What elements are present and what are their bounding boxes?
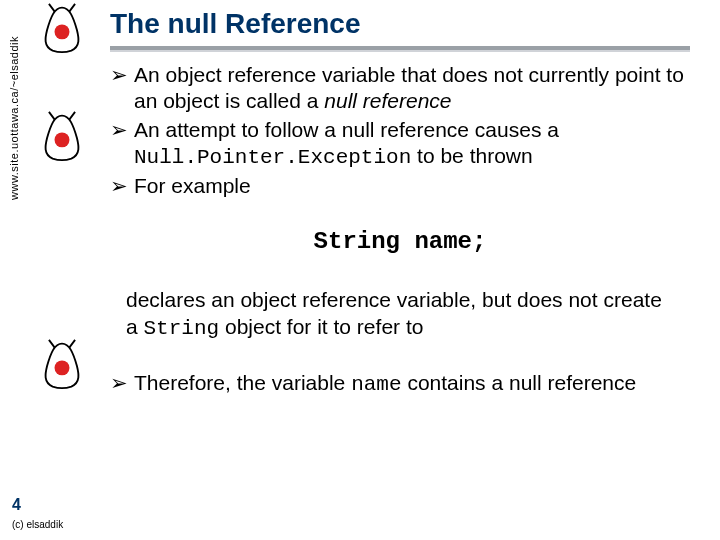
bullet-list: ➢ An object reference variable that does… [110,62,690,199]
bullet-item: ➢ An object reference variable that does… [110,62,690,115]
inline-code: Null.Pointer.Exception [134,146,411,169]
arrow-icon: ➢ [110,173,128,199]
bullet-item: ➢ An attempt to follow a null reference … [110,117,690,172]
bullet-item: ➢ Therefore, the variable name contains … [110,370,690,398]
title-block: The null Reference [110,8,690,50]
bullet-text: An attempt to follow a null reference ca… [134,117,690,172]
svg-point-0 [55,24,70,39]
arrow-icon: ➢ [110,117,128,172]
java-duke-icon [34,110,90,166]
java-duke-icon [34,2,90,58]
svg-point-2 [55,360,70,375]
title-underline [110,46,690,50]
emphasis: null reference [324,89,451,112]
slide: www.site.uottawa.ca/~elsaddik The null R… [0,0,720,540]
bullet-text: For example [134,173,690,199]
text-fragment: contains a null reference [402,371,637,394]
credit-line: (c) elsaddik [12,519,63,530]
arrow-icon: ➢ [110,62,128,115]
slide-number: 4 [12,496,21,514]
text-fragment: Therefore, the variable [134,371,351,394]
bullet-text: An object reference variable that does n… [134,62,690,115]
svg-point-1 [55,132,70,147]
paragraph: declares an object reference variable, b… [126,287,674,342]
arrow-icon: ➢ [110,370,128,398]
java-duke-icon [34,338,90,394]
inline-code: String [144,317,220,340]
content-area: ➢ An object reference variable that does… [110,62,690,400]
text-fragment: object for it to refer to [219,315,423,338]
inline-code: name [351,373,401,396]
code-example: String name; [110,227,690,257]
sidebar-url: www.site.uottawa.ca/~elsaddik [8,36,20,200]
bullet-text: Therefore, the variable name contains a … [134,370,690,398]
bullet-item: ➢ For example [110,173,690,199]
page-title: The null Reference [110,8,690,42]
text-fragment: to be thrown [411,144,532,167]
text-fragment: An attempt to follow a null reference ca… [134,118,559,141]
